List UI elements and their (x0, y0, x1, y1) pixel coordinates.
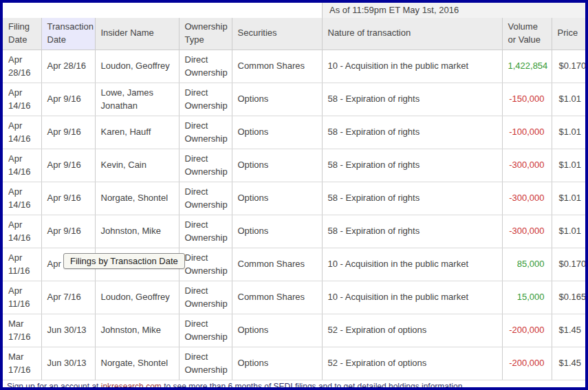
cell-ownership-type: Direct Ownership (179, 116, 232, 149)
header-row: Filing Date Transaction Date Insider Nam… (3, 18, 585, 50)
cell-ownership-type: Direct Ownership (179, 281, 232, 314)
cell-securities: Options (232, 149, 322, 182)
cell-filing-date: Apr 14/16 (3, 149, 41, 182)
cell-filing-date: Apr 11/16 (3, 281, 41, 314)
cell-securities: Common Shares (232, 248, 322, 281)
cell-transaction-date: Jun 30/13 (41, 347, 95, 380)
cell-volume-or-value: -200,000 (502, 347, 552, 380)
cell-filing-date: Apr 14/16 (3, 182, 41, 215)
cell-price: $0.170 (552, 50, 585, 83)
column-header-nature-of-transaction[interactable]: Nature of transaction (322, 18, 502, 50)
table-row: Apr 28/16 Apr 28/16 Loudon, Geoffrey Dir… (3, 50, 585, 83)
cell-insider-name: Kevin, Cain (95, 149, 179, 182)
cell-volume-or-value: -300,000 (502, 149, 552, 182)
signup-note: Sign up for an account at inkresearch.co… (3, 380, 585, 390)
cell-volume-or-value: -150,000 (502, 83, 552, 116)
cell-filing-date: Mar 17/16 (3, 314, 41, 347)
table-body: Apr 28/16 Apr 28/16 Loudon, Geoffrey Dir… (3, 50, 585, 380)
cell-price: $1.01 (552, 149, 585, 182)
cell-filing-date: Apr 11/16 (3, 248, 41, 281)
cell-price: $1.45 (552, 347, 585, 380)
table-row: Apr 14/16 Apr 9/16 Lowe, James Jonathan … (3, 83, 585, 116)
cell-securities: Options (232, 116, 322, 149)
cell-nature-of-transaction: 58 - Expiration of rights (322, 182, 502, 215)
signup-note-prefix: Sign up for an account at (7, 382, 101, 390)
cell-nature-of-transaction: 52 - Expiration of options (322, 347, 502, 380)
cell-ownership-type: Direct Ownership (179, 248, 232, 281)
cell-price: $1.01 (552, 83, 585, 116)
cell-volume-or-value: -300,000 (502, 215, 552, 248)
cell-securities: Options (232, 182, 322, 215)
cell-nature-of-transaction: 58 - Expiration of rights (322, 149, 502, 182)
cell-filing-date: Mar 17/16 (3, 347, 41, 380)
cell-transaction-date: Jun 30/13 (41, 314, 95, 347)
column-header-filing-date[interactable]: Filing Date (3, 18, 41, 50)
cell-transaction-date: Apr 9/16 (41, 83, 95, 116)
cell-securities: Options (232, 347, 322, 380)
cell-ownership-type: Direct Ownership (179, 182, 232, 215)
table-row: Apr 14/16 Apr 9/16 Norgate, Shontel Dire… (3, 182, 585, 215)
signup-note-suffix: to see more than 6 months of SEDI filing… (162, 382, 465, 390)
table-row: Mar 17/16 Jun 30/13 Norgate, Shontel Dir… (3, 347, 585, 380)
cell-securities: Common Shares (232, 281, 322, 314)
cell-nature-of-transaction: 58 - Expiration of rights (322, 83, 502, 116)
filings-table: Filing Date Transaction Date Insider Nam… (3, 18, 585, 380)
cell-price: $0.165 (552, 281, 585, 314)
cell-volume-or-value: -200,000 (502, 314, 552, 347)
column-header-insider-name[interactable]: Insider Name (95, 18, 179, 50)
cell-transaction-date: Apr 7/16 (41, 281, 95, 314)
cell-ownership-type: Direct Ownership (179, 50, 232, 83)
table-row: Apr 14/16 Apr 9/16 Karen, Hauff Direct O… (3, 116, 585, 149)
cell-insider-name: Johnston, Mike (95, 215, 179, 248)
table-row: Mar 17/16 Jun 30/13 Johnston, Mike Direc… (3, 314, 585, 347)
cell-price: $1.01 (552, 116, 585, 149)
cell-price: $0.170 (552, 248, 585, 281)
cell-securities: Common Shares (232, 50, 322, 83)
cell-transaction-date: Apr 9/16 (41, 182, 95, 215)
cell-ownership-type: Direct Ownership (179, 347, 232, 380)
cell-filing-date: Apr 28/16 (3, 50, 41, 83)
cell-nature-of-transaction: 10 - Acquisition in the public market (322, 50, 502, 83)
cell-insider-name: Norgate, Shontel (95, 347, 179, 380)
cell-nature-of-transaction: 58 - Expiration of rights (322, 215, 502, 248)
cell-ownership-type: Direct Ownership (179, 149, 232, 182)
cell-volume-or-value: 1,422,854 (502, 50, 552, 83)
cell-securities: Options (232, 215, 322, 248)
signup-link[interactable]: inkresearch.com (101, 382, 162, 390)
cell-securities: Options (232, 314, 322, 347)
column-header-ownership-type[interactable]: Ownership Type (179, 18, 232, 50)
asof-spacer (3, 3, 322, 18)
cell-nature-of-transaction: 58 - Expiration of rights (322, 116, 502, 149)
asof-bar: As of 11:59pm ET May 1st, 2016 (3, 3, 585, 18)
cell-ownership-type: Direct Ownership (179, 215, 232, 248)
column-header-securities[interactable]: Securities (232, 18, 322, 50)
table-row: Apr 14/16 Apr 9/16 Johnston, Mike Direct… (3, 215, 585, 248)
cell-insider-name: Karen, Hauff (95, 116, 179, 149)
cell-volume-or-value: -300,000 (502, 182, 552, 215)
cell-securities: Options (232, 83, 322, 116)
cell-price: $1.45 (552, 314, 585, 347)
cell-insider-name: Johnston, Mike (95, 314, 179, 347)
tooltip-filings-by-transaction-date: Filings by Transaction Date (63, 253, 185, 269)
cell-transaction-date: Apr 9/16 (41, 215, 95, 248)
cell-nature-of-transaction: 52 - Expiration of options (322, 314, 502, 347)
cell-insider-name: Loudon, Geoffrey (95, 281, 179, 314)
table-row: Apr 14/16 Apr 9/16 Kevin, Cain Direct Ow… (3, 149, 585, 182)
cell-nature-of-transaction: 10 - Acquisition in the public market (322, 248, 502, 281)
cell-volume-or-value: 15,000 (502, 281, 552, 314)
cell-volume-or-value: -100,000 (502, 116, 552, 149)
cell-price: $1.01 (552, 215, 585, 248)
cell-transaction-date: Apr 9/16 (41, 116, 95, 149)
cell-insider-name: Lowe, James Jonathan (95, 83, 179, 116)
column-header-price[interactable]: Price (552, 18, 585, 50)
column-header-volume-or-value[interactable]: Volume or Value (502, 18, 552, 50)
column-header-transaction-date[interactable]: Transaction Date (41, 18, 95, 50)
asof-timestamp: As of 11:59pm ET May 1st, 2016 (322, 3, 585, 18)
cell-ownership-type: Direct Ownership (179, 83, 232, 116)
cell-filing-date: Apr 14/16 (3, 116, 41, 149)
cell-nature-of-transaction: 10 - Acquisition in the public market (322, 281, 502, 314)
table-row: Apr 11/16 Apr 7/16 Loudon, Geoffrey Dire… (3, 281, 585, 314)
cell-volume-or-value: 85,000 (502, 248, 552, 281)
cell-insider-name: Norgate, Shontel (95, 182, 179, 215)
cell-ownership-type: Direct Ownership (179, 314, 232, 347)
